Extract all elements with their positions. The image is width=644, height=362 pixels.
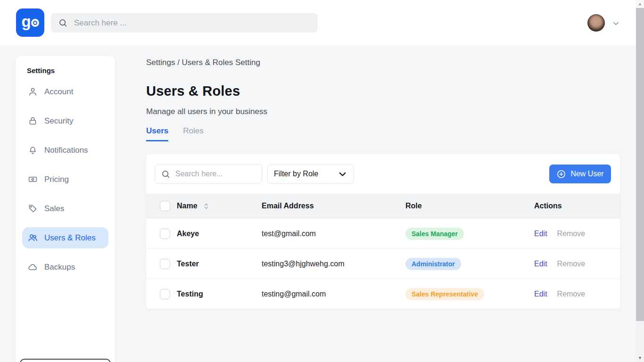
chevron-down-icon — [338, 169, 347, 179]
bell-icon — [28, 145, 38, 155]
users-icon — [28, 233, 38, 243]
row-checkbox[interactable] — [160, 229, 170, 239]
cell-name: Tester — [177, 260, 262, 268]
filter-by-role-select[interactable]: Filter by Role — [267, 164, 354, 184]
remove-link[interactable]: Remove — [557, 260, 586, 268]
cell-name: Testing — [177, 290, 262, 298]
column-header-actions: Actions — [534, 202, 620, 210]
page-subtitle: Manage all users in your business — [146, 107, 620, 116]
browser-scrollbar[interactable]: ▲ ▼ — [636, 0, 644, 362]
cell-actions: EditRemove — [534, 260, 620, 268]
table-search-placeholder: Search here... — [175, 170, 223, 178]
sidebar-heading: Settings — [27, 66, 108, 74]
sidebar-item-backups[interactable]: Backups — [22, 256, 108, 278]
cell-role: Administrator — [405, 258, 534, 270]
top-bar: g Search here ... — [0, 0, 636, 45]
sort-icon[interactable] — [202, 202, 210, 210]
sidebar-item-security[interactable]: Security — [22, 110, 108, 132]
cell-name: Akeye — [177, 230, 262, 238]
cell-actions: EditRemove — [534, 290, 620, 298]
role-badge: Sales Manager — [405, 228, 464, 240]
logo-letter-o — [31, 19, 39, 27]
cell-role: Sales Representative — [405, 288, 534, 300]
cell-email: test@gmail.com — [262, 230, 405, 238]
sidebar-item-label: Pricing — [44, 175, 69, 184]
row-checkbox[interactable] — [160, 259, 170, 269]
table-body: Akeyetest@gmail.comSales ManagerEditRemo… — [146, 218, 620, 309]
table-row: Akeyetest@gmail.comSales ManagerEditRemo… — [146, 218, 620, 248]
remove-link[interactable]: Remove — [557, 290, 586, 298]
sidebar-item-label: Notifications — [44, 146, 88, 155]
user-avatar[interactable] — [587, 14, 605, 32]
scroll-down-arrow-icon[interactable]: ▼ — [636, 354, 644, 362]
table-header-row: Name Email Address Role Actions — [146, 194, 620, 218]
edit-link[interactable]: Edit — [534, 230, 547, 238]
remove-link[interactable]: Remove — [557, 230, 586, 238]
filter-selected-value: Filter by Role — [274, 170, 318, 178]
sidebar-item-label: Users & Roles — [44, 233, 96, 243]
banknote-icon — [28, 174, 38, 184]
sidebar-item-sales[interactable]: Sales — [22, 198, 108, 219]
sidebar-item-label: Sales — [44, 204, 65, 214]
new-user-label: New User — [570, 170, 603, 178]
sidebar-item-notifications[interactable]: Notifications — [22, 140, 108, 161]
role-badge: Sales Representative — [405, 288, 484, 300]
cell-email: testing@gmail.com — [262, 290, 405, 298]
role-badge: Administrator — [405, 258, 461, 270]
chevron-down-icon[interactable] — [611, 19, 620, 30]
sidebar-item-label: Account — [44, 87, 73, 97]
table-search-input[interactable]: Search here... — [155, 164, 262, 184]
tab-bar: Users Roles — [146, 126, 620, 141]
column-header-email: Email Address — [262, 202, 405, 210]
tag-icon — [28, 204, 38, 214]
row-checkbox[interactable] — [160, 289, 170, 299]
plus-circle-icon — [556, 169, 566, 179]
edit-link[interactable]: Edit — [534, 290, 547, 298]
app-logo[interactable]: g — [16, 8, 44, 37]
table-row: Testingtesting@gmail.comSales Representa… — [146, 279, 620, 309]
table-row: Testertesting3@hjghwehg.comAdministrator… — [146, 248, 620, 279]
column-header-role: Role — [405, 202, 534, 210]
scrollbar-thumb[interactable] — [636, 8, 644, 321]
sidebar-nav: AccountSecurityNotificationsPricingSales… — [22, 81, 108, 278]
search-icon — [58, 18, 68, 28]
column-header-name[interactable]: Name — [177, 202, 262, 210]
tab-users[interactable]: Users — [146, 126, 168, 141]
sidebar-item-pricing[interactable]: Pricing — [22, 169, 108, 190]
logo-letter-g: g — [21, 13, 30, 31]
cell-email: testing3@hjghwehg.com — [262, 260, 405, 268]
global-search-placeholder: Search here ... — [74, 18, 127, 28]
sidebar-item-label: Backups — [44, 263, 75, 272]
scroll-up-arrow-icon[interactable]: ▲ — [636, 0, 644, 8]
settings-sidebar: Settings AccountSecurityNotificationsPri… — [16, 56, 115, 362]
select-all-checkbox[interactable] — [160, 201, 170, 211]
tab-roles[interactable]: Roles — [183, 126, 203, 141]
person-icon — [28, 87, 38, 97]
users-table-card: Search here... Filter by Role New User N… — [146, 154, 620, 309]
lock-icon — [28, 116, 38, 126]
sidebar-item-label: Security — [44, 116, 73, 126]
new-user-button[interactable]: New User — [549, 165, 611, 183]
main-content: Settings / Users & Roles Setting Users &… — [146, 45, 620, 141]
breadcrumb: Settings / Users & Roles Setting — [146, 58, 620, 67]
sidebar-item-users-roles[interactable]: Users & Roles — [22, 227, 108, 248]
cloud-icon — [28, 262, 38, 272]
search-icon — [161, 169, 171, 179]
edit-link[interactable]: Edit — [534, 260, 547, 268]
page-title: Users & Roles — [146, 83, 620, 99]
global-search-input[interactable]: Search here ... — [51, 13, 318, 33]
cell-role: Sales Manager — [405, 228, 534, 240]
table-toolbar: Search here... Filter by Role New User — [146, 154, 620, 194]
sidebar-item-account[interactable]: Account — [22, 81, 108, 102]
cell-actions: EditRemove — [534, 230, 620, 238]
sidebar-bottom-button[interactable] — [20, 359, 111, 362]
